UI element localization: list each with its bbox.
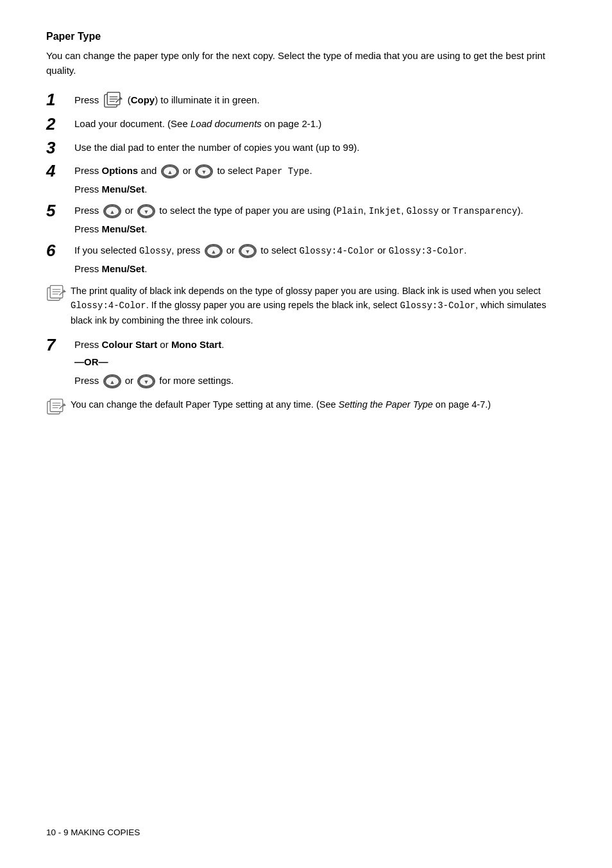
up-arrow-icon-4a: ▲ (161, 164, 179, 178)
step-6-number: 6 (46, 241, 74, 260)
step-1: 1 Press (Copy) to illuminate it in green… (46, 92, 566, 110)
glossy-code: Glossy (407, 206, 439, 216)
menu-set-label-4: Menu/Set (102, 184, 145, 195)
note-2-block: You can change the default Paper Type se… (46, 397, 566, 417)
glossy-4color-note: Glossy:4-Color (71, 300, 146, 311)
step-1-content: Press (Copy) to illuminate it in green. (74, 92, 566, 110)
step-4-sub: Press Menu/Set. (74, 182, 566, 196)
step-3-number: 3 (46, 139, 74, 157)
note-1-icon (46, 285, 67, 303)
step-6-content: If you selected Glossy, press ▲ or ▼ to … (74, 243, 566, 276)
step-3-content: Use the dial pad to enter the number of … (74, 140, 566, 155)
step-4-content: Press Options and ▲ or ▼ to select Paper… (74, 163, 566, 196)
glossy-4color-code: Glossy:4-Color (299, 246, 375, 256)
step-2-number: 2 (46, 115, 74, 134)
note-1-text: The print quality of black ink depends o… (71, 284, 566, 328)
down-arrow-icon-6b: ▼ (239, 244, 257, 258)
section-title: Paper Type (46, 31, 566, 42)
load-docs-ref: Load documents (191, 118, 262, 129)
inkjet-code: Inkjet (369, 206, 401, 216)
up-arrow-icon-5a: ▲ (103, 204, 121, 218)
copy-label: Copy (131, 94, 155, 105)
step-6-sub: Press Menu/Set. (74, 261, 566, 276)
plain-code: Plain (336, 206, 363, 216)
up-arrow-icon-6a: ▲ (205, 244, 223, 258)
step-2: 2 Load your document. (See Load document… (46, 116, 566, 134)
note-2-icon (46, 399, 67, 417)
svg-text:▼: ▼ (245, 248, 251, 255)
paper-type-code: Paper Type (255, 166, 309, 177)
step-6: 6 If you selected Glossy, press ▲ or ▼ t… (46, 243, 566, 276)
svg-text:▲: ▲ (109, 209, 115, 215)
svg-text:▼: ▼ (201, 169, 207, 175)
step-7-sub: Press ▲ or ▼ for more settings. (74, 373, 566, 388)
step-5-sub: Press Menu/Set. (74, 221, 566, 236)
step-5: 5 Press ▲ or ▼ to select the type of pap… (46, 203, 566, 236)
mono-start-label: Mono Start (171, 339, 221, 350)
step-1-number: 1 (46, 91, 74, 109)
svg-text:▲: ▲ (210, 248, 216, 255)
footer: 10 - 9 MAKING COPIES (46, 828, 140, 837)
glossy-3color-code: Glossy:3-Color (389, 246, 464, 256)
step-7-number: 7 (46, 336, 74, 354)
svg-rect-5 (107, 92, 120, 105)
options-label: Options (102, 165, 139, 176)
glossy-3color-note: Glossy:3-Color (400, 300, 475, 311)
steps-list: 1 Press (Copy) to illuminate it in green… (46, 92, 566, 276)
transparency-code: Transparency (453, 206, 518, 216)
step-5-content: Press ▲ or ▼ to select the type of paper… (74, 203, 566, 236)
step-7: 7 Press Colour Start or Mono Start. —OR—… (46, 337, 566, 389)
down-arrow-icon-4b: ▼ (195, 164, 213, 178)
step-7-content: Press Colour Start or Mono Start. —OR— P… (74, 337, 566, 389)
up-arrow-icon-7a: ▲ (103, 374, 121, 388)
footer-text: 10 - 9 MAKING COPIES (46, 828, 140, 837)
step-2-content: Load your document. (See Load documents … (74, 116, 566, 131)
step-4-number: 4 (46, 162, 74, 180)
menu-set-label-6: Menu/Set (102, 263, 145, 274)
glossy-code-6: Glossy (139, 246, 171, 256)
step-4: 4 Press Options and ▲ or ▼ to select Pap… (46, 163, 566, 196)
or-line: —OR— (74, 354, 566, 369)
setting-paper-type-ref: Setting the Paper Type (339, 399, 433, 410)
svg-text:▼: ▼ (144, 209, 149, 215)
svg-text:▼: ▼ (144, 379, 149, 385)
note-2-text: You can change the default Paper Type se… (71, 397, 491, 412)
step-5-number: 5 (46, 202, 74, 220)
down-arrow-icon-5b: ▼ (137, 204, 155, 218)
down-arrow-icon-7b: ▼ (137, 374, 155, 388)
intro-text: You can change the paper type only for t… (46, 49, 566, 78)
copy-icon (103, 92, 124, 110)
step-3: 3 Use the dial pad to enter the number o… (46, 140, 566, 157)
svg-text:▲: ▲ (109, 379, 115, 385)
note-1-block: The print quality of black ink depends o… (46, 284, 566, 328)
colour-start-label: Colour Start (102, 339, 158, 350)
menu-set-label-5: Menu/Set (102, 223, 145, 234)
svg-text:▲: ▲ (167, 169, 173, 175)
